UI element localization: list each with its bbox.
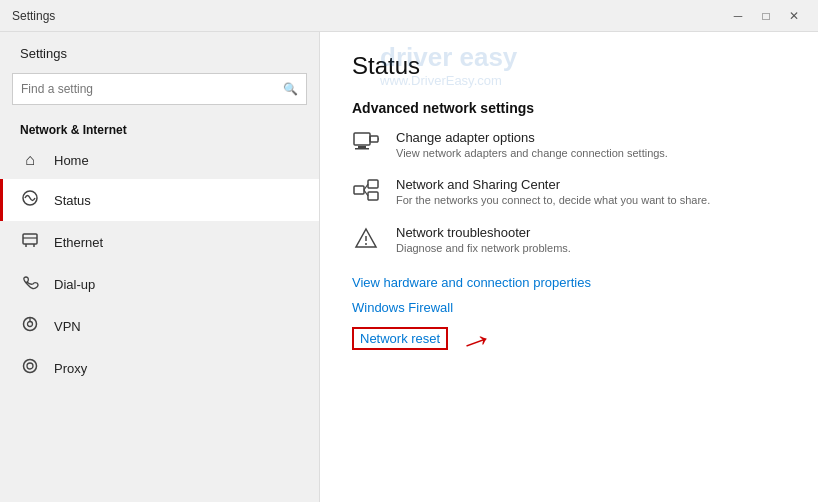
svg-point-8 (24, 360, 37, 373)
sidebar-item-dialup-label: Dial-up (54, 277, 95, 292)
search-icon: 🔍 (283, 82, 298, 96)
sidebar-item-ethernet[interactable]: Ethernet (0, 221, 319, 263)
window-controls: ─ □ ✕ (726, 6, 806, 26)
sidebar-item-status-label: Status (54, 193, 91, 208)
page-title: Status (352, 52, 786, 80)
sidebar-item-home-label: Home (54, 153, 89, 168)
sharing-center-text: Network and Sharing Center For the netwo… (396, 177, 710, 206)
sidebar-search-box[interactable]: 🔍 (12, 73, 307, 105)
sidebar-title-label: Settings (20, 46, 67, 61)
troubleshooter-item: Network troubleshooter Diagnose and fix … (352, 225, 786, 255)
red-arrow-icon: ← (453, 318, 499, 364)
hardware-properties-link[interactable]: View hardware and connection properties (352, 275, 591, 290)
sidebar-item-vpn-label: VPN (54, 319, 81, 334)
change-adapter-item: Change adapter options View network adap… (352, 130, 786, 159)
minimize-button[interactable]: ─ (726, 6, 750, 26)
svg-rect-13 (370, 136, 378, 142)
svg-rect-15 (354, 186, 364, 194)
svg-point-9 (27, 363, 33, 369)
section-title: Advanced network settings (352, 100, 786, 116)
sharing-center-desc: For the networks you connect to, decide … (396, 194, 710, 206)
svg-rect-17 (368, 192, 378, 200)
change-adapter-text: Change adapter options View network adap… (396, 130, 668, 159)
svg-point-6 (28, 322, 33, 327)
troubleshooter-title: Network troubleshooter (396, 225, 571, 240)
sidebar: Settings 🔍 Network & Internet ⌂ Home Sta… (0, 32, 320, 502)
close-button[interactable]: ✕ (782, 6, 806, 26)
sharing-center-title: Network and Sharing Center (396, 177, 710, 192)
svg-rect-1 (23, 234, 37, 244)
proxy-icon (20, 357, 40, 379)
dialup-icon (20, 273, 40, 295)
sidebar-item-status[interactable]: Status (0, 179, 319, 221)
svg-rect-10 (354, 133, 370, 145)
ethernet-icon (20, 231, 40, 253)
change-adapter-desc: View network adapters and change connect… (396, 147, 668, 159)
title-bar: Settings ─ □ ✕ (0, 0, 818, 32)
sidebar-item-proxy-label: Proxy (54, 361, 87, 376)
maximize-button[interactable]: □ (754, 6, 778, 26)
window-title: Settings (12, 9, 55, 23)
troubleshooter-text: Network troubleshooter Diagnose and fix … (396, 225, 571, 254)
change-adapter-title: Change adapter options (396, 130, 668, 145)
sidebar-item-dialup[interactable]: Dial-up (0, 263, 319, 305)
sidebar-header: Settings (0, 32, 319, 69)
status-icon (20, 189, 40, 211)
sidebar-item-vpn[interactable]: VPN (0, 305, 319, 347)
svg-rect-12 (355, 148, 369, 150)
vpn-icon (20, 315, 40, 337)
sidebar-item-home[interactable]: ⌂ Home (0, 141, 319, 179)
troubleshooter-icon (352, 227, 380, 255)
svg-point-21 (365, 243, 367, 245)
svg-rect-16 (368, 180, 378, 188)
windows-firewall-link[interactable]: Windows Firewall (352, 300, 453, 315)
network-reset-row: Network reset ← (352, 323, 786, 359)
search-input[interactable] (21, 82, 283, 96)
network-reset-link[interactable]: Network reset (352, 327, 448, 350)
home-icon: ⌂ (20, 151, 40, 169)
sidebar-item-proxy[interactable]: Proxy (0, 347, 319, 389)
links-section: View hardware and connection properties … (352, 273, 786, 359)
troubleshooter-desc: Diagnose and fix network problems. (396, 242, 571, 254)
svg-rect-11 (358, 146, 366, 148)
sidebar-section-label: Network & Internet (0, 115, 319, 141)
main-content: driver easy www.DriverEasy.com Status Ad… (320, 32, 818, 502)
sharing-center-icon (352, 179, 380, 207)
app-body: Settings 🔍 Network & Internet ⌂ Home Sta… (0, 32, 818, 502)
change-adapter-icon (352, 132, 380, 158)
sidebar-item-ethernet-label: Ethernet (54, 235, 103, 250)
sharing-center-item: Network and Sharing Center For the netwo… (352, 177, 786, 207)
